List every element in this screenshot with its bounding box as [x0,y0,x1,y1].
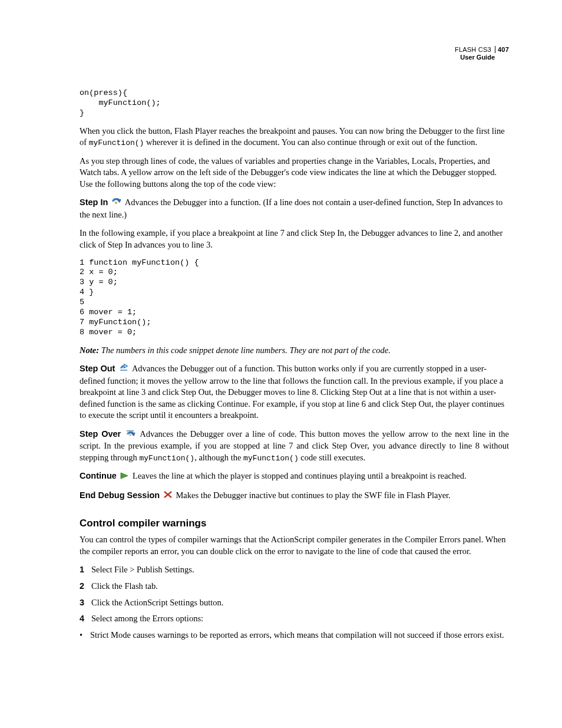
bullet-item: •Strict Mode causes warnings to be repor… [80,630,509,641]
continue-paragraph: Continue Leaves the line at which the pl… [80,470,509,482]
step-number: 2 [80,581,90,592]
step-number: 3 [80,597,90,609]
text: wherever it is defined in the document. … [144,137,477,147]
page-number: 407 [495,46,509,53]
paragraph: When you click the button, Flash Player … [80,126,509,149]
end-debug-paragraph: End Debug Session Makes the Debugger ina… [80,490,509,502]
step-out-text: Advances the Debugger out of a function.… [80,364,504,420]
page-content: on(press){ myFunction(); } When you clic… [80,88,509,641]
code-block-1: on(press){ myFunction(); } [80,88,509,118]
note-paragraph: Note: The numbers in this code snippet d… [80,345,509,357]
step-text: Select among the Errors options: [91,613,203,625]
step-over-label: Step Over [80,429,121,439]
inline-code: myFunction() [243,454,299,463]
step-text: Click the ActionScript Settings button. [91,597,223,609]
continue-text: Leaves the line at which the player is s… [133,471,467,480]
step-item: 3Click the ActionScript Settings button. [80,597,509,609]
end-debug-icon [163,490,173,502]
bullet-dot: • [80,630,90,641]
step-text: Click the Flash tab. [91,581,158,592]
section-heading: Control compiler warnings [80,517,509,531]
continue-label: Continue [80,471,117,480]
section-intro: You can control the types of compiler wa… [80,534,509,557]
bullet-text: Strict Mode causes warnings to be report… [90,630,504,641]
step-in-label: Step In [80,197,108,207]
step-out-label: Step Out [80,364,115,373]
note-text: The numbers in this code snippet denote … [99,345,391,355]
step-text: Select File > Publish Settings. [91,564,194,576]
paragraph: As you step through lines of code, the v… [80,156,509,190]
svg-point-3 [129,434,131,436]
svg-point-0 [115,202,117,204]
code-block-2: 1 function myFunction() { 2 x = 0; 3 y =… [80,258,509,338]
step-number: 4 [80,613,90,625]
step-out-paragraph: Step Out Advances the Debugger out of a … [80,363,509,421]
step-over-icon [125,429,136,441]
page: FLASH CS3 407 User Guide on(press){ myFu… [0,0,562,728]
svg-marker-4 [121,473,128,479]
page-header: FLASH CS3 407 User Guide [455,46,509,61]
text: code still executes. [299,453,366,462]
inline-code: myFunction() [89,139,144,147]
step-over-paragraph: Step Over Advances the Debugger over a l… [80,429,509,464]
guide-label: User Guide [455,54,509,61]
step-item: 1Select File > Publish Settings. [80,564,509,576]
step-in-text: Advances the Debugger into a function. (… [80,197,503,219]
step-number: 1 [80,564,90,576]
step-in-paragraph: Step In Advances the Debugger into a fun… [80,197,509,220]
note-label: Note: [80,345,99,355]
bullet-list: •Strict Mode causes warnings to be repor… [80,630,509,641]
step-in-icon [111,197,122,209]
end-debug-label: End Debug Session [80,490,160,500]
inline-code: myFunction() [140,454,195,463]
step-out-icon [118,364,129,375]
paragraph: In the following example, if you place a… [80,228,509,251]
continue-icon [120,471,129,483]
text: , although the [194,453,243,462]
steps-list: 1Select File > Publish Settings. 2Click … [80,564,509,624]
step-item: 2Click the Flash tab. [80,581,509,592]
step-item: 4Select among the Errors options: [80,613,509,625]
end-debug-text: Makes the Debugger inactive but continue… [176,490,450,500]
product-name: FLASH CS3 [455,46,491,53]
